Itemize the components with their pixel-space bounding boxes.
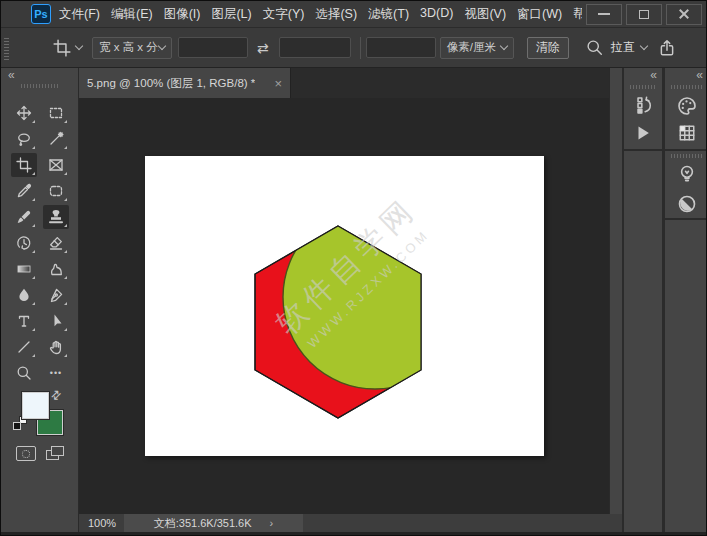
straighten-chevron-icon[interactable]: [639, 42, 647, 50]
tab-close-icon[interactable]: ×: [274, 76, 282, 91]
dropdown-chevron-icon: [499, 42, 507, 50]
zoom-level-field[interactable]: 100%: [88, 517, 116, 529]
green-circle-shape: [283, 205, 467, 389]
play-icon: [634, 124, 652, 142]
expand-panels-icon[interactable]: «: [696, 70, 703, 80]
maximize-icon: [639, 10, 649, 19]
marquee-tool[interactable]: [43, 101, 69, 125]
lightbulb-icon: [677, 164, 697, 186]
dock-column-color: «: [665, 68, 707, 532]
crop-height-input[interactable]: [279, 37, 351, 58]
resolution-unit-value: 像素/厘米: [447, 40, 496, 55]
toolbar-grip[interactable]: [21, 84, 59, 88]
line-tool[interactable]: [11, 335, 37, 359]
screen-mode-button[interactable]: [46, 446, 66, 461]
color-swatches: ⇄: [1, 392, 79, 512]
magic-wand-tool[interactable]: [43, 127, 69, 151]
eraser-tool[interactable]: [43, 231, 69, 255]
crop-tool[interactable]: [11, 153, 37, 177]
crop-width-input[interactable]: [178, 37, 248, 58]
history-brush-tool[interactable]: [11, 231, 37, 255]
straighten-label[interactable]: 拉直: [611, 39, 635, 56]
smudge-tool[interactable]: [43, 257, 69, 281]
crop-tool-icon: [53, 39, 71, 57]
history-panel-button[interactable]: [624, 96, 662, 115]
swatches-grid-icon: [678, 124, 696, 142]
maximize-button[interactable]: [626, 4, 662, 25]
crop-resolution-input[interactable]: [366, 37, 436, 58]
tool-options-bar: 宽 x 高 x 分... ⇄ 像素/厘米 清除 拉直: [1, 28, 707, 68]
clear-button[interactable]: 清除: [527, 37, 569, 59]
menu-view[interactable]: 视图(V): [463, 4, 507, 25]
swap-width-height-icon[interactable]: ⇄: [257, 40, 269, 56]
window-controls: [586, 4, 702, 25]
search-icon[interactable]: [586, 39, 603, 56]
menu-image[interactable]: 图像(I): [163, 4, 202, 25]
healing-brush-tool[interactable]: [43, 179, 69, 203]
adjustments-icon: [677, 194, 697, 214]
blur-tool[interactable]: [11, 283, 37, 307]
brush-tool[interactable]: [11, 205, 37, 229]
actions-panel-button[interactable]: [624, 124, 662, 142]
history-icon: [634, 96, 653, 115]
canvas-workspace[interactable]: 软件自学网 WWW.RJZXW.COM: [79, 98, 609, 514]
hand-tool[interactable]: [43, 335, 69, 359]
options-grip[interactable]: [4, 36, 9, 60]
document-tab-label: 5.png @ 100% (图层 1, RGB/8) *: [87, 76, 255, 91]
swatches-panel-button[interactable]: [665, 124, 707, 142]
photoshop-window: Ps 文件(F) 编辑(E) 图像(I) 图层(L) 文字(Y) 选择(S) 滤…: [0, 0, 707, 536]
close-icon: [678, 8, 690, 20]
swap-colors-icon[interactable]: ⇄: [48, 386, 65, 403]
collapse-panel-icon[interactable]: «: [8, 70, 15, 80]
pen-tool[interactable]: [43, 283, 69, 307]
path-select-tool[interactable]: [43, 309, 69, 333]
type-tool[interactable]: [11, 309, 37, 333]
minimize-icon: [598, 13, 610, 15]
lasso-tool[interactable]: [11, 127, 37, 151]
libraries-panel-button[interactable]: [665, 164, 707, 186]
dock-grip[interactable]: [671, 85, 702, 89]
clone-stamp-tool[interactable]: [43, 205, 69, 229]
menu-window[interactable]: 窗口(W): [516, 4, 563, 25]
expand-panels-icon[interactable]: «: [650, 70, 657, 80]
ellipsis-icon: •••: [50, 368, 62, 378]
ratio-preset-dropdown[interactable]: 宽 x 高 x 分...: [92, 37, 172, 59]
menu-3d[interactable]: 3D(D): [419, 4, 454, 25]
share-icon[interactable]: [658, 39, 676, 57]
dock-grip[interactable]: [630, 85, 656, 89]
move-tool[interactable]: [11, 101, 37, 125]
status-chevron-icon[interactable]: ›: [270, 517, 274, 529]
close-button[interactable]: [666, 4, 702, 25]
photoshop-logo-icon: Ps: [31, 4, 51, 24]
document-info[interactable]: 文档:351.6K/351.6K ›: [124, 514, 303, 532]
gradient-tool[interactable]: [11, 257, 37, 281]
panel-dock: « «: [622, 68, 707, 532]
zoom-tool[interactable]: [11, 361, 37, 385]
crop-preset-chevron-icon[interactable]: [75, 42, 83, 50]
quick-mask-icon: [22, 450, 30, 458]
more-tools[interactable]: •••: [43, 361, 69, 385]
palette-icon: [677, 96, 697, 116]
menu-type[interactable]: 文字(Y): [262, 4, 306, 25]
adjustments-panel-button[interactable]: [665, 194, 707, 214]
minimize-button[interactable]: [586, 4, 622, 25]
menu-filter[interactable]: 滤镜(T): [367, 4, 410, 25]
dock-grip[interactable]: [671, 154, 702, 158]
menu-edit[interactable]: 编辑(E): [110, 4, 154, 25]
menu-layer[interactable]: 图层(L): [210, 4, 252, 25]
window-bottom-edge: [1, 532, 707, 536]
menu-help-clipped[interactable]: 帮助(H): [572, 4, 582, 25]
menu-file[interactable]: 文件(F): [58, 4, 101, 25]
menu-bar: 文件(F) 编辑(E) 图像(I) 图层(L) 文字(Y) 选择(S) 滤镜(T…: [58, 4, 582, 25]
foreground-color-swatch[interactable]: [22, 392, 49, 419]
document-canvas[interactable]: 软件自学网 WWW.RJZXW.COM: [145, 156, 544, 456]
quick-mask-button[interactable]: [16, 446, 36, 461]
frame-tool[interactable]: [43, 153, 69, 177]
color-panel-button[interactable]: [665, 96, 707, 116]
dock-resize-strip[interactable]: [609, 68, 622, 514]
document-size-label: 文档:351.6K/351.6K: [154, 516, 252, 531]
eyedropper-tool[interactable]: [11, 179, 37, 203]
resolution-unit-dropdown[interactable]: 像素/厘米: [440, 37, 514, 59]
document-tab[interactable]: 5.png @ 100% (图层 1, RGB/8) * ×: [79, 68, 291, 98]
menu-select[interactable]: 选择(S): [314, 4, 358, 25]
